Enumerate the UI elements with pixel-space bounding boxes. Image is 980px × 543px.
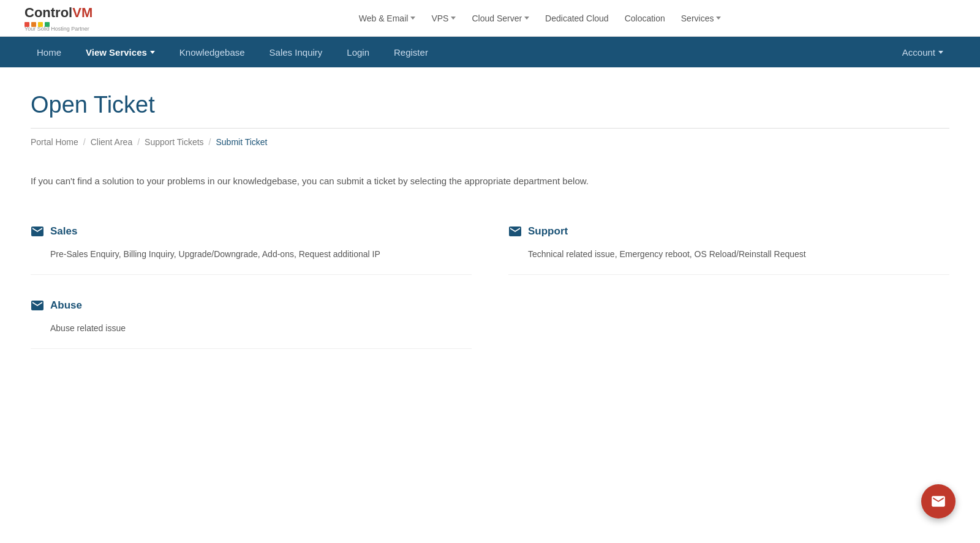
dept-card-support: Support Technical related issue, Emergen… — [508, 213, 949, 275]
top-nav-cloud-server[interactable]: Cloud Server — [466, 9, 535, 28]
mail-icon — [508, 227, 522, 236]
breadcrumb-sep-1: / — [83, 137, 86, 147]
mail-icon — [31, 301, 44, 310]
breadcrumb: Portal Home / Client Area / Support Tick… — [31, 128, 949, 155]
dept-desc-abuse: Abuse related issue — [31, 321, 472, 336]
main-content: Open Ticket Portal Home / Client Area / … — [0, 67, 980, 543]
top-nav-web-email[interactable]: Web & Email — [353, 9, 422, 28]
logo[interactable]: ControlVM Your Solid Hosting Partner — [24, 5, 100, 32]
breadcrumb-submit-ticket[interactable]: Submit Ticket — [216, 137, 267, 147]
breadcrumb-sep-2: / — [137, 137, 140, 147]
breadcrumb-portal-home[interactable]: Portal Home — [31, 137, 78, 147]
dept-card-sales: Sales Pre-Sales Enquiry, Billing Inquiry… — [31, 213, 472, 275]
top-nav-links: Web & Email VPS Cloud Server Dedicated C… — [124, 9, 956, 28]
float-contact-button[interactable] — [921, 484, 956, 519]
top-nav-services[interactable]: Services — [675, 9, 728, 28]
top-nav-dedicated-cloud[interactable]: Dedicated Cloud — [539, 9, 615, 28]
page-title: Open Ticket — [31, 92, 949, 118]
department-grid: Sales Pre-Sales Enquiry, Billing Inquiry… — [31, 213, 949, 361]
mail-icon — [31, 227, 44, 236]
dept-desc-support: Technical related issue, Emergency reboo… — [508, 247, 949, 262]
chevron-down-icon — [150, 51, 155, 54]
sec-nav-view-services[interactable]: View Services — [74, 37, 167, 67]
sec-nav-login[interactable]: Login — [334, 37, 382, 67]
logo-text: ControlVM — [24, 5, 92, 21]
chevron-down-icon — [451, 17, 456, 20]
dept-title-support[interactable]: Support — [508, 225, 949, 238]
dept-card-abuse: Abuse Abuse related issue — [31, 287, 472, 349]
sec-nav-register[interactable]: Register — [382, 37, 440, 67]
sec-nav-right: Account — [890, 37, 956, 67]
breadcrumb-client-area[interactable]: Client Area — [91, 137, 132, 147]
chevron-down-icon — [716, 17, 721, 20]
dept-desc-sales: Pre-Sales Enquiry, Billing Inquiry, Upgr… — [31, 247, 472, 262]
breadcrumb-sep-3: / — [209, 137, 211, 147]
sec-nav-knowledgebase[interactable]: Knowledgebase — [167, 37, 257, 67]
top-navigation: ControlVM Your Solid Hosting Partner Web… — [0, 0, 980, 37]
chevron-down-icon — [410, 17, 415, 20]
chevron-down-icon — [938, 51, 943, 54]
dept-title-abuse[interactable]: Abuse — [31, 299, 472, 312]
intro-text: If you can't find a solution to your pro… — [31, 174, 949, 189]
sec-nav-account[interactable]: Account — [890, 37, 956, 67]
sec-nav-home[interactable]: Home — [24, 37, 74, 67]
mail-icon-float — [930, 493, 946, 509]
top-nav-vps[interactable]: VPS — [425, 9, 462, 28]
sec-nav-sales-inquiry[interactable]: Sales Inquiry — [257, 37, 335, 67]
dept-title-sales[interactable]: Sales — [31, 225, 472, 238]
sec-nav-left: Home View Services Knowledgebase Sales I… — [24, 37, 890, 67]
chevron-down-icon — [524, 17, 529, 20]
breadcrumb-support-tickets[interactable]: Support Tickets — [145, 137, 204, 147]
top-nav-colocation[interactable]: Colocation — [619, 9, 671, 28]
logo-tagline: Your Solid Hosting Partner — [24, 26, 92, 32]
secondary-navigation: Home View Services Knowledgebase Sales I… — [0, 37, 980, 67]
